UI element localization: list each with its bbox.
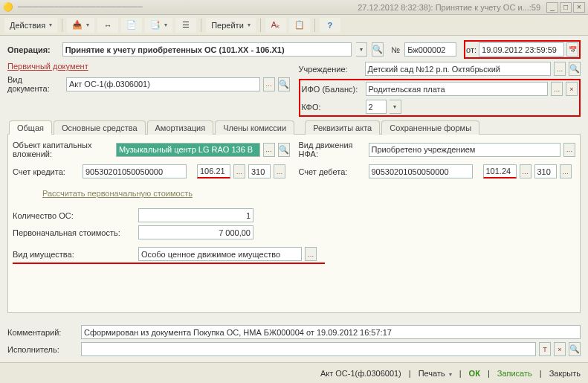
doc-type-search-button[interactable]: 🔍 [278, 77, 290, 91]
executor-t-button[interactable]: T [539, 342, 551, 356]
calc-cost-link[interactable]: Рассчитать первоначальную стоимость [42, 189, 193, 198]
debit-ext-more-button[interactable]: … [560, 164, 572, 178]
obj-search-button[interactable]: 🔍 [278, 143, 290, 157]
comment-label: Комментарий: [7, 328, 78, 337]
status-doc-link[interactable]: Акт ОС-1(ф.0306001) [320, 369, 401, 378]
movement-more-button[interactable]: … [563, 143, 575, 157]
titlebar: 🟡 ━━━━━━━━━━━━━━━━━━━━━━━━ 27.12.2012 8:… [0, 0, 588, 15]
org-more-button[interactable]: … [554, 62, 566, 76]
toolbar-btn-5[interactable]: ☰ [175, 18, 196, 33]
cost-input[interactable]: 7 000,00 [138, 225, 253, 239]
goto-menu[interactable]: Перейти▾ [206, 18, 256, 33]
doc-type-input[interactable]: Акт ОС-1(ф.0306001) [66, 77, 260, 91]
tab-committee[interactable]: Члены комиссии [215, 120, 294, 135]
operation-label: Операция: [7, 45, 58, 54]
tab-common[interactable]: Общая [9, 120, 52, 135]
ifo-label: ИФО (Баланс): [302, 85, 363, 94]
org-search-button[interactable]: 🔍 [569, 62, 581, 76]
executor-label: Исполнитель: [7, 345, 78, 354]
doc-icon: 📄 [126, 20, 137, 30]
tab-pane-common: Объект капитальных вложений: Музыкальный… [7, 135, 581, 313]
help-button[interactable]: ? [320, 18, 340, 33]
post-icon: 📥 [72, 20, 83, 30]
credit-label: Счет кредита: [13, 167, 80, 176]
prop-type-input[interactable]: Особо ценное движимое имущество [138, 247, 302, 261]
arrows-icon: ↔ [103, 20, 113, 30]
toolbar-btn-1[interactable]: 📥▾ [67, 18, 94, 33]
credit-ext-input[interactable]: 310 [248, 164, 271, 178]
credit-code-input[interactable]: 106.21 [197, 164, 230, 178]
operation-dropdown-button[interactable]: ▾ [356, 42, 368, 57]
actions-menu[interactable]: Действия▾ [4, 18, 57, 33]
qty-label: Количество ОС: [13, 211, 135, 220]
comment-input[interactable]: Сформирован из документа Покупка ОС, НМА… [81, 325, 581, 339]
from-label: от: [466, 45, 476, 54]
num-input[interactable]: Бж000002 [404, 42, 456, 57]
ifo-more-button[interactable]: … [551, 82, 563, 96]
qty-input[interactable]: 1 [138, 208, 253, 222]
tab-act-details[interactable]: Реквизиты акта [305, 120, 380, 135]
prop-type-more-button[interactable]: … [305, 247, 317, 261]
cost-label: Первоначальная стоимость: [13, 228, 135, 237]
date-input[interactable]: 19.09.2012 23:59:59 [479, 42, 564, 57]
toolbar-btn-6[interactable]: Aₖ [265, 18, 286, 33]
ifo-input[interactable]: Родительская плата [366, 82, 549, 96]
obj-label: Объект капитальных вложений: [13, 141, 113, 158]
tab-depreciation[interactable]: Амортизация [147, 120, 214, 135]
red-underline-marker [13, 263, 325, 264]
calendar-icon: 📅 [569, 46, 577, 54]
doc-type-more-button[interactable]: … [263, 77, 275, 91]
executor-search-button[interactable]: 🔍 [569, 342, 581, 356]
toolbar-btn-3[interactable]: 📄 [121, 18, 142, 33]
maximize-button[interactable]: □ [560, 2, 572, 13]
tabs: Общая Основные средства Амортизация Член… [7, 120, 581, 135]
debit-acc-input[interactable]: 90530201050050000 [369, 164, 473, 178]
toolbar-btn-4[interactable]: 📑▾ [145, 18, 172, 33]
tab-fixed-assets[interactable]: Основные средства [54, 120, 146, 135]
ok-button[interactable]: ОК [469, 369, 480, 378]
org-label: Учреждение: [299, 65, 362, 74]
ifo-clear-button[interactable]: × [566, 82, 578, 96]
kfo-input[interactable]: 2 [366, 100, 387, 114]
credit-ext-more-button[interactable]: … [274, 164, 285, 178]
toolbar: Действия▾ 📥▾ ↔ 📄 📑▾ ☰ Перейти▾ Aₖ 📋 ? [0, 15, 588, 36]
primary-doc-link[interactable]: Первичный документ [7, 62, 290, 71]
debit-label: Счет дебета: [299, 167, 366, 176]
list-icon: ☰ [181, 20, 191, 30]
letter-icon: Aₖ [271, 20, 281, 30]
operation-select[interactable]: Принятие к учету приобретенных ОС (101.X… [62, 42, 352, 57]
debit-code-input[interactable]: 101.24 [483, 164, 517, 178]
blurred-text: ━━━━━━━━━━━━━━━━━━━━━━━━ [18, 2, 143, 12]
org-input[interactable]: Детский сад №12 р.п. Октябрьский [365, 62, 552, 76]
print-menu[interactable]: Печать ▾ [419, 369, 452, 378]
calendar-button[interactable]: 📅 [566, 42, 578, 57]
debit-ext-input[interactable]: 310 [534, 164, 557, 178]
save-button[interactable]: Записать [497, 369, 532, 378]
title-text: 27.12.2012 8:32:38): Принятие к учету ОС… [358, 3, 540, 12]
copy-doc-icon: 📑 [150, 20, 161, 30]
obj-more-button[interactable]: … [263, 143, 275, 157]
obj-input[interactable]: Музыкальный центр LG RAO 136 B [116, 143, 260, 157]
operation-search-button[interactable]: 🔍 [372, 42, 384, 57]
credit-code-more-button[interactable]: … [233, 164, 245, 178]
kfo-label: КФО: [302, 103, 363, 112]
toolbar-btn-2[interactable]: ↔ [97, 18, 118, 33]
close-button[interactable]: Закрыть [549, 369, 581, 378]
num-label: № [391, 45, 400, 54]
report-icon: 📋 [294, 20, 305, 30]
movement-label: Вид движения НФА: [299, 141, 366, 158]
debit-code-more-button[interactable]: … [520, 164, 532, 178]
app-icon: 🟡 [3, 2, 13, 13]
credit-acc-input[interactable]: 90530201050050000 [83, 164, 187, 178]
kfo-dropdown-button[interactable]: ▾ [390, 100, 401, 114]
help-icon: ? [325, 20, 335, 30]
executor-clear-button[interactable]: × [554, 342, 566, 356]
minimize-button[interactable]: _ [546, 2, 558, 13]
toolbar-btn-7[interactable]: 📋 [289, 18, 310, 33]
close-window-button[interactable]: × [573, 2, 585, 13]
movement-input[interactable]: Приобретено учреждением [369, 143, 561, 157]
tab-saved-forms[interactable]: Сохраненные формы [381, 120, 479, 135]
statusbar: Акт ОС-1(ф.0306001) | Печать ▾ | ОК | За… [0, 362, 588, 383]
prop-type-label: Вид имущества: [13, 250, 135, 259]
executor-input[interactable] [81, 342, 536, 356]
